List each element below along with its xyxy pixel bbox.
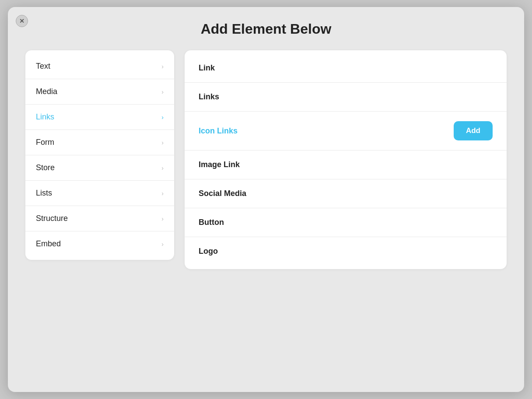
left-panel: Text › Media › Links › Form › Store › Li…: [25, 50, 174, 260]
right-item-icon-links-label: Icon Links: [199, 126, 238, 136]
right-panel: Link Links Icon Links Add Image Link Soc…: [185, 50, 507, 269]
modal-title: Add Element Below: [25, 21, 507, 37]
sidebar-item-lists-label: Lists: [36, 189, 52, 198]
right-item-button[interactable]: Button: [185, 208, 507, 237]
right-item-button-label: Button: [199, 218, 224, 227]
right-item-image-link-label: Image Link: [199, 160, 240, 169]
right-item-logo-label: Logo: [199, 247, 218, 256]
right-item-links-label: Links: [199, 92, 219, 102]
sidebar-item-text[interactable]: Text ›: [25, 54, 174, 79]
chevron-right-icon: ›: [161, 63, 164, 70]
modal-body: Text › Media › Links › Form › Store › Li…: [25, 50, 507, 269]
right-item-links[interactable]: Links: [185, 83, 507, 112]
right-item-image-link[interactable]: Image Link: [185, 150, 507, 179]
sidebar-item-links-label: Links: [36, 112, 54, 122]
right-item-link[interactable]: Link: [185, 54, 507, 83]
sidebar-item-lists[interactable]: Lists ›: [25, 181, 174, 206]
sidebar-item-links[interactable]: Links ›: [25, 105, 174, 130]
sidebar-item-text-label: Text: [36, 62, 50, 71]
sidebar-item-structure-label: Structure: [36, 214, 68, 223]
chevron-right-icon: ›: [161, 190, 164, 197]
right-item-icon-links[interactable]: Icon Links Add: [185, 112, 507, 150]
sidebar-item-media-label: Media: [36, 87, 57, 96]
chevron-right-icon: ›: [161, 88, 164, 95]
chevron-right-icon: ›: [161, 215, 164, 222]
sidebar-item-media[interactable]: Media ›: [25, 79, 174, 105]
sidebar-item-store-label: Store: [36, 163, 55, 172]
add-button[interactable]: Add: [454, 121, 493, 140]
right-item-social-media[interactable]: Social Media: [185, 179, 507, 208]
sidebar-item-form-label: Form: [36, 138, 54, 147]
right-item-link-label: Link: [199, 63, 215, 73]
right-item-social-media-label: Social Media: [199, 189, 246, 198]
close-button[interactable]: ✕: [16, 15, 28, 27]
sidebar-item-embed-label: Embed: [36, 239, 61, 248]
chevron-right-icon: ›: [161, 139, 164, 146]
close-icon: ✕: [19, 18, 24, 24]
modal-container: ✕ Add Element Below Text › Media › Links…: [8, 7, 524, 392]
sidebar-item-structure[interactable]: Structure ›: [25, 206, 174, 231]
sidebar-item-store[interactable]: Store ›: [25, 155, 174, 181]
chevron-right-icon: ›: [161, 114, 164, 121]
right-item-logo[interactable]: Logo: [185, 237, 507, 266]
sidebar-item-embed[interactable]: Embed ›: [25, 231, 174, 256]
sidebar-item-form[interactable]: Form ›: [25, 130, 174, 155]
chevron-right-icon: ›: [161, 241, 164, 248]
chevron-right-icon: ›: [161, 164, 164, 172]
